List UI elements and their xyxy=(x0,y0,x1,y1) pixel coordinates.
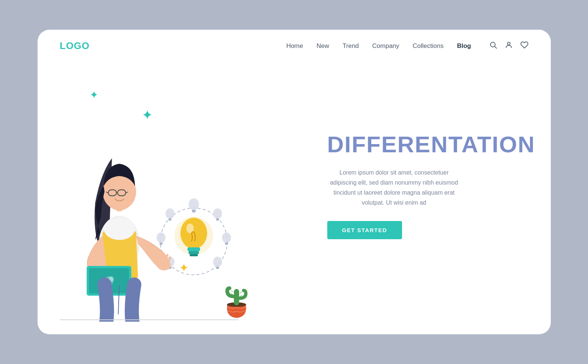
navbar: LOGO Home New Trend Company Collections … xyxy=(38,30,551,59)
svg-rect-21 xyxy=(187,247,200,251)
main-content: ✦ ✦ ✦ xyxy=(38,59,551,334)
svg-point-10 xyxy=(213,257,222,267)
svg-rect-5 xyxy=(192,210,196,212)
svg-line-43 xyxy=(240,295,242,296)
svg-rect-7 xyxy=(216,218,219,221)
ground-line xyxy=(60,319,238,320)
headline: DIFFERENTATION xyxy=(327,132,521,157)
plant-icon xyxy=(220,278,253,320)
svg-rect-22 xyxy=(189,251,199,254)
character xyxy=(60,129,179,323)
nav-item-company[interactable]: Company xyxy=(372,42,399,50)
body-text: Lorem ipsum dolor sit amet, consectetuer… xyxy=(327,168,461,208)
svg-line-40 xyxy=(231,290,233,292)
nav-links: Home New Trend Company Collections Blog xyxy=(286,42,471,50)
nav-item-home[interactable]: Home xyxy=(286,42,303,50)
heart-icon[interactable] xyxy=(520,41,528,51)
nav-item-blog[interactable]: Blog xyxy=(457,42,471,50)
svg-rect-23 xyxy=(190,254,198,256)
svg-point-6 xyxy=(213,208,222,219)
logo[interactable]: LOGO xyxy=(60,40,90,52)
nav-item-trend[interactable]: Trend xyxy=(343,42,359,50)
sparkle-icon-1: ✦ xyxy=(90,89,98,101)
svg-point-19 xyxy=(180,218,207,249)
sparkle-icon-2: ✦ xyxy=(142,107,153,123)
cta-button[interactable]: GET STARTED xyxy=(327,221,402,239)
svg-rect-11 xyxy=(216,267,219,269)
nav-icons xyxy=(489,41,528,51)
svg-point-4 xyxy=(189,198,199,210)
nav-item-collections[interactable]: Collections xyxy=(413,42,444,50)
page-card: LOGO Home New Trend Company Collections … xyxy=(38,30,551,334)
svg-point-25 xyxy=(104,218,135,240)
nav-item-new[interactable]: New xyxy=(317,42,329,50)
text-area: DIFFERENTATION Lorem ipsum dolor sit ame… xyxy=(320,59,551,334)
user-icon[interactable] xyxy=(505,41,513,51)
svg-line-42 xyxy=(240,292,242,293)
illustration-area: ✦ ✦ ✦ xyxy=(38,59,320,334)
svg-point-8 xyxy=(222,233,231,243)
svg-line-1 xyxy=(495,46,497,48)
svg-rect-9 xyxy=(225,243,228,245)
search-icon[interactable] xyxy=(489,41,497,51)
svg-point-2 xyxy=(507,42,510,45)
